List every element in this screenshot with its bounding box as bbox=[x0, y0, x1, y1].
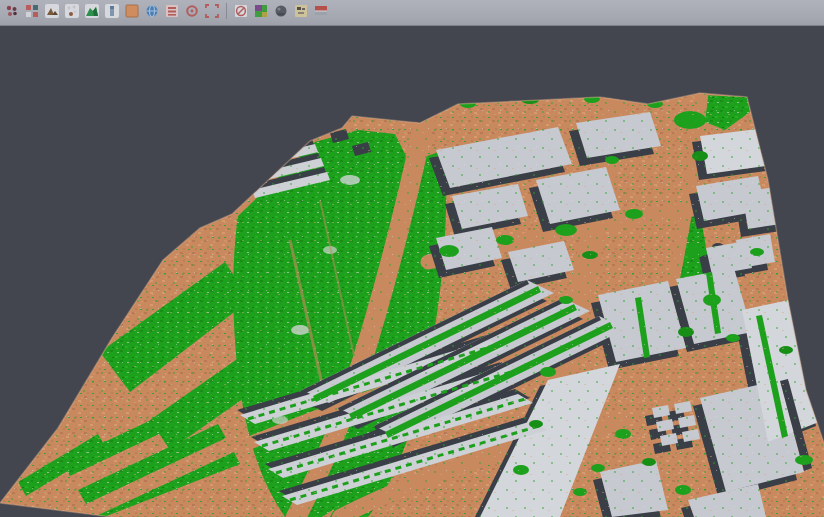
3d-viewport[interactable] bbox=[0, 26, 824, 517]
sphere-icon[interactable] bbox=[273, 3, 289, 19]
terrain-icon[interactable] bbox=[84, 3, 100, 19]
globe-icon[interactable] bbox=[144, 3, 160, 19]
sample-points-icon[interactable] bbox=[64, 3, 80, 19]
select-area-icon[interactable] bbox=[204, 3, 220, 19]
table-icon[interactable] bbox=[293, 3, 309, 19]
profile-icon[interactable] bbox=[104, 3, 120, 19]
clip-points-icon[interactable] bbox=[24, 3, 40, 19]
mountain-icon[interactable] bbox=[44, 3, 60, 19]
classify-points-icon[interactable] bbox=[4, 3, 20, 19]
filter-icon[interactable] bbox=[233, 3, 249, 19]
list-icon[interactable] bbox=[164, 3, 180, 19]
target-icon[interactable] bbox=[184, 3, 200, 19]
classification-palette-icon[interactable] bbox=[253, 3, 269, 19]
point-cloud-scene bbox=[0, 26, 824, 517]
toolbar bbox=[0, 0, 824, 26]
toolbar-separator bbox=[226, 3, 227, 19]
flag-icon[interactable] bbox=[313, 3, 329, 19]
tile-icon[interactable] bbox=[124, 3, 140, 19]
